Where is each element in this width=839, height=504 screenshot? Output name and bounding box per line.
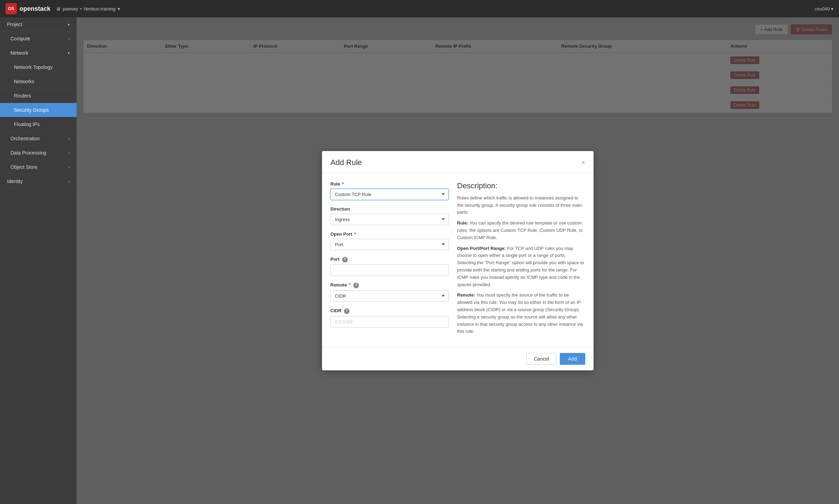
rule-select[interactable]: Custom TCP Rule Custom UDP Rule Custom I… (330, 189, 449, 200)
port-field-group: Port ? (330, 257, 449, 276)
rule-field-group: Rule * Custom TCP Rule Custom UDP Rule C… (330, 181, 449, 200)
sidebar-item-label: Project (7, 22, 22, 27)
sidebar-item-identity[interactable]: Identity › (0, 174, 77, 189)
open-port-field-group: Open Port * Port Port Range (330, 231, 449, 250)
navbar: OS openstack 🖥 pawsey • Nimbus-training … (0, 0, 839, 17)
sidebar: Project ▾ Compute › Network ▾ Network To… (0, 17, 77, 504)
description-rule: Rule: You can specify the desired rule t… (457, 220, 585, 241)
modal-description: Description: Rules define which traffic … (457, 181, 585, 339)
chevron-down-icon: ▾ (68, 23, 70, 26)
description-port-text: For TCP and UDP rules you may choose to … (457, 246, 584, 287)
description-rule-text: You can specify the desired rule templat… (457, 220, 583, 240)
chevron-right-icon: › (69, 180, 70, 183)
description-remote-text: You must specify the source of the traff… (457, 292, 583, 334)
description-title: Description: (457, 181, 585, 190)
cidr-label: CIDR ? (330, 308, 449, 314)
open-port-select[interactable]: Port Port Range (330, 239, 449, 250)
navbar-left: OS openstack 🖥 pawsey • Nimbus-training … (6, 3, 120, 14)
required-indicator: * (354, 231, 356, 237)
sidebar-item-label: Security Groups (14, 107, 49, 113)
modal-header: Add Rule × (322, 151, 594, 173)
sidebar-item-label: Data Processing (10, 150, 46, 156)
cidr-input[interactable] (330, 316, 449, 328)
chevron-right-icon: › (69, 37, 70, 41)
remote-help-icon[interactable]: ? (353, 283, 359, 288)
description-remote-title: Remote: (457, 292, 475, 298)
chevron-right-icon: › (69, 165, 70, 169)
direction-field-group: Direction Ingress Egress (330, 206, 449, 225)
description-port-title: Open Port/Port Range: (457, 246, 506, 251)
main-layout: Project ▾ Compute › Network ▾ Network To… (0, 17, 839, 504)
modal-form: Rule * Custom TCP Rule Custom UDP Rule C… (330, 181, 449, 339)
chevron-right-icon: › (69, 137, 70, 141)
remote-label: Remote * ? (330, 282, 449, 288)
sidebar-item-network-topology[interactable]: Network Topology (0, 60, 77, 74)
project-name: Nimbus-training (84, 6, 116, 11)
port-label: Port ? (330, 257, 449, 262)
sidebar-item-object-store[interactable]: Object Store › (0, 160, 77, 174)
sidebar-item-network[interactable]: Network ▾ (0, 46, 77, 60)
user-label: cou040 ▾ (815, 6, 833, 11)
modal-close-button[interactable]: × (581, 159, 585, 166)
sidebar-item-label: Compute (10, 36, 30, 41)
sidebar-item-label: Orchestration (10, 136, 40, 141)
port-input[interactable] (330, 265, 449, 276)
chevron-down-icon: ▾ (68, 51, 70, 55)
required-indicator: * (349, 282, 351, 288)
cancel-button[interactable]: Cancel (526, 353, 556, 365)
description-port: Open Port/Port Range: For TCP and UDP ru… (457, 245, 585, 289)
description-remote: Remote: You must specify the source of t… (457, 292, 585, 335)
sidebar-item-project[interactable]: Project ▾ (0, 17, 77, 32)
open-port-label: Open Port * (330, 231, 449, 237)
sidebar-item-label: Networks (14, 79, 34, 84)
sidebar-item-label: Network Topology (14, 64, 53, 70)
remote-select[interactable]: CIDR Security Group (330, 290, 449, 302)
navbar-icon: 🖥 (56, 6, 61, 11)
navbar-user[interactable]: cou040 ▾ (815, 6, 833, 11)
description-rule-title: Rule: (457, 220, 469, 226)
chevron-down-icon: ▾ (118, 6, 120, 11)
navbar-brand: OS openstack (6, 3, 50, 14)
modal-body: Rule * Custom TCP Rule Custom UDP Rule C… (322, 173, 594, 347)
description-paragraph1: Rules define which traffic is allowed to… (457, 195, 585, 216)
sidebar-item-label: Floating IPs (14, 121, 40, 127)
add-rule-modal: Add Rule × Rule * C (322, 151, 594, 370)
project-separator: • (80, 6, 82, 11)
port-help-icon[interactable]: ? (342, 257, 348, 262)
required-indicator: * (342, 181, 344, 187)
rule-label: Rule * (330, 181, 449, 187)
modal-title: Add Rule (330, 158, 362, 167)
navbar-project[interactable]: 🖥 pawsey • Nimbus-training ▾ (56, 6, 120, 11)
sidebar-item-label: Routers (14, 93, 31, 99)
brand-name: openstack (19, 5, 50, 13)
sidebar-item-data-processing[interactable]: Data Processing › (0, 146, 77, 160)
sidebar-item-compute[interactable]: Compute › (0, 32, 77, 46)
project-label: pawsey (63, 6, 78, 11)
direction-select[interactable]: Ingress Egress (330, 214, 449, 225)
add-button[interactable]: Add (560, 353, 585, 365)
chevron-right-icon: › (69, 151, 70, 155)
modal-overlay: Add Rule × Rule * C (77, 17, 839, 504)
sidebar-item-routers[interactable]: Routers (0, 89, 77, 103)
cidr-help-icon[interactable]: ? (344, 308, 350, 314)
content-area: + Add Rule 🗑 Delete Rules Direction Ethe… (77, 17, 839, 504)
direction-label: Direction (330, 206, 449, 212)
sidebar-item-label: Identity (7, 179, 23, 184)
sidebar-item-orchestration[interactable]: Orchestration › (0, 132, 77, 146)
sidebar-item-label: Network (10, 50, 28, 56)
remote-field-group: Remote * ? CIDR Security Group (330, 282, 449, 302)
sidebar-item-floating-ips[interactable]: Floating IPs (0, 117, 77, 132)
cidr-field-group: CIDR ? (330, 308, 449, 328)
openstack-logo: OS (6, 3, 17, 14)
sidebar-item-networks[interactable]: Networks (0, 74, 77, 89)
sidebar-item-label: Object Store (10, 164, 38, 170)
modal-footer: Cancel Add (322, 347, 594, 370)
sidebar-item-security-groups[interactable]: Security Groups (0, 103, 77, 117)
